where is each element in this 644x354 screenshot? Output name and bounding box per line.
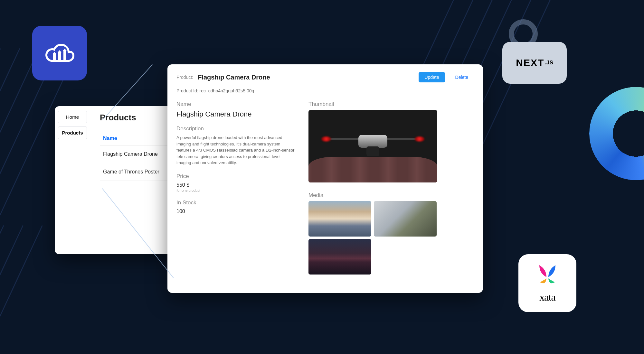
media-item[interactable] — [308, 201, 371, 237]
product-id-label: Product Id: rec_cdho4n2grjuh92s5f00g — [176, 88, 474, 93]
price-label: Price — [176, 173, 296, 180]
media-grid — [308, 201, 474, 275]
svg-rect-0 — [53, 54, 56, 61]
stock-value: 100 — [176, 209, 296, 214]
cloudinary-icon — [43, 42, 76, 64]
nav-products-button[interactable]: Products — [58, 126, 87, 139]
update-button[interactable]: Update — [419, 72, 445, 82]
description-text: A powerful flagship drone loaded with th… — [176, 135, 296, 166]
description-label: Description — [176, 126, 296, 132]
thumbnail-image[interactable] — [308, 110, 437, 182]
media-item[interactable] — [374, 201, 437, 237]
media-item[interactable] — [308, 239, 371, 275]
product-detail-card: Product: Flagship Camera Drone Update De… — [167, 64, 483, 293]
sidebar-nav: Home Products — [55, 106, 90, 254]
xata-badge: xata — [518, 254, 576, 312]
svg-marker-3 — [58, 50, 62, 52]
name-label: Name — [176, 101, 296, 107]
nav-home-button[interactable]: Home — [58, 111, 87, 123]
stock-label: In Stock — [176, 200, 296, 206]
svg-marker-1 — [52, 52, 56, 54]
xata-icon — [533, 264, 562, 289]
price-subtitle: for one product — [176, 189, 296, 192]
product-prefix-label: Product: — [176, 75, 193, 80]
cloudinary-badge — [32, 26, 87, 80]
product-title: Flagship Camera Drone — [198, 74, 270, 81]
thumbnail-label: Thumbnail — [308, 101, 474, 107]
nextjs-badge: NEXT.JS — [502, 42, 567, 84]
nextjs-suffix: .JS — [545, 60, 553, 66]
nextjs-label: NEXT — [516, 57, 544, 68]
name-value: Flagship Camera Drone — [176, 110, 296, 118]
xata-label: xata — [539, 291, 555, 303]
svg-rect-4 — [63, 51, 66, 61]
svg-marker-5 — [63, 49, 67, 51]
delete-button[interactable]: Delete — [450, 72, 474, 82]
svg-rect-2 — [58, 52, 61, 61]
price-value: 550 $ — [176, 182, 296, 188]
media-label: Media — [308, 192, 474, 199]
